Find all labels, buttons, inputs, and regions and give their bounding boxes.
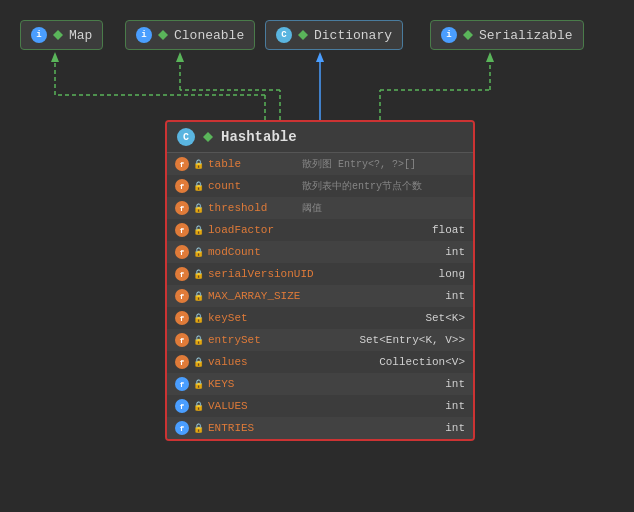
hashtable-header: C Hashtable: [167, 122, 473, 153]
field-row-maxarraysize[interactable]: f 🔒 MAX_ARRAY_SIZE int: [167, 285, 473, 307]
field-lock-values2: 🔒: [193, 401, 204, 412]
map-icon: i: [31, 27, 47, 43]
hashtable-leaf-icon: [203, 132, 213, 142]
field-row-entries[interactable]: f 🔒 ENTRIES int: [167, 417, 473, 439]
field-name-table: table: [208, 158, 298, 170]
field-name-entryset: entrySet: [208, 334, 298, 346]
field-comment-count: 散列表中的entry节点个数: [302, 179, 465, 193]
field-icon-keyset: f: [175, 311, 189, 325]
field-row-values[interactable]: f 🔒 values Collection<V>: [167, 351, 473, 373]
dictionary-icon: C: [276, 27, 292, 43]
field-type-entryset: Set<Entry<K, V>>: [359, 334, 465, 346]
field-icon-threshold: f: [175, 201, 189, 215]
field-type-values2: int: [445, 400, 465, 412]
field-lock-serialversionuid: 🔒: [193, 269, 204, 280]
serializable-icon: i: [441, 27, 457, 43]
field-type-values: Collection<V>: [379, 356, 465, 368]
interface-cloneable[interactable]: i Cloneable: [125, 20, 255, 50]
field-icon-entries: f: [175, 421, 189, 435]
serializable-label: Serializable: [479, 28, 573, 43]
serializable-leaf-icon: [463, 30, 473, 40]
field-type-serialversionuid: long: [439, 268, 465, 280]
field-icon-loadfactor: f: [175, 223, 189, 237]
field-lock-table: 🔒: [193, 159, 204, 170]
field-icon-keys: f: [175, 377, 189, 391]
field-lock-entryset: 🔒: [193, 335, 204, 346]
interface-serializable[interactable]: i Serializable: [430, 20, 584, 50]
field-icon-count: f: [175, 179, 189, 193]
field-lock-values: 🔒: [193, 357, 204, 368]
interface-map[interactable]: i Map: [20, 20, 103, 50]
field-comment-table: 散列图 Entry<?, ?>[]: [302, 157, 465, 171]
field-row-threshold[interactable]: f 🔒 threshold 阈值: [167, 197, 473, 219]
svg-marker-7: [176, 52, 184, 62]
field-lock-keyset: 🔒: [193, 313, 204, 324]
field-row-serialversionuid[interactable]: f 🔒 serialVersionUID long: [167, 263, 473, 285]
field-name-count: count: [208, 180, 298, 192]
field-name-values: values: [208, 356, 298, 368]
hashtable-title: Hashtable: [221, 129, 297, 145]
field-lock-maxarraysize: 🔒: [193, 291, 204, 302]
field-type-entries: int: [445, 422, 465, 434]
field-name-keyset: keySet: [208, 312, 298, 324]
field-lock-keys: 🔒: [193, 379, 204, 390]
field-name-serialversionuid: serialVersionUID: [208, 268, 314, 280]
cloneable-leaf-icon: [158, 30, 168, 40]
field-lock-threshold: 🔒: [193, 203, 204, 214]
field-row-count[interactable]: f 🔒 count 散列表中的entry节点个数: [167, 175, 473, 197]
field-row-entryset[interactable]: f 🔒 entrySet Set<Entry<K, V>>: [167, 329, 473, 351]
field-row-keyset[interactable]: f 🔒 keySet Set<K>: [167, 307, 473, 329]
field-comment-threshold: 阈值: [302, 201, 465, 215]
dictionary-label: Dictionary: [314, 28, 392, 43]
map-leaf-icon: [53, 30, 63, 40]
field-name-keys: KEYS: [208, 378, 298, 390]
hashtable-box[interactable]: C Hashtable f 🔒 table 散列图 Entry<?, ?>[] …: [165, 120, 475, 441]
field-name-entries: ENTRIES: [208, 422, 298, 434]
field-icon-serialversionuid: f: [175, 267, 189, 281]
field-name-modcount: modCount: [208, 246, 298, 258]
field-type-keyset: Set<K>: [425, 312, 465, 324]
field-icon-table: f: [175, 157, 189, 171]
cloneable-icon: i: [136, 27, 152, 43]
hashtable-class-icon: C: [177, 128, 195, 146]
svg-marker-3: [51, 52, 59, 62]
field-row-table[interactable]: f 🔒 table 散列图 Entry<?, ?>[]: [167, 153, 473, 175]
dictionary-leaf-icon: [298, 30, 308, 40]
field-lock-loadfactor: 🔒: [193, 225, 204, 236]
map-label: Map: [69, 28, 92, 43]
canvas: i Map i Cloneable C Dictionary i Seriali…: [0, 0, 634, 512]
field-type-maxarraysize: int: [445, 290, 465, 302]
field-icon-entryset: f: [175, 333, 189, 347]
svg-marker-9: [316, 52, 324, 62]
field-name-threshold: threshold: [208, 202, 298, 214]
field-row-values2[interactable]: f 🔒 VALUES int: [167, 395, 473, 417]
field-name-maxarraysize: MAX_ARRAY_SIZE: [208, 290, 300, 302]
field-name-values2: VALUES: [208, 400, 298, 412]
svg-marker-13: [486, 52, 494, 62]
field-name-loadfactor: loadFactor: [208, 224, 298, 236]
field-icon-values2: f: [175, 399, 189, 413]
field-type-modcount: int: [445, 246, 465, 258]
field-row-keys[interactable]: f 🔒 KEYS int: [167, 373, 473, 395]
field-row-loadfactor[interactable]: f 🔒 loadFactor float: [167, 219, 473, 241]
cloneable-label: Cloneable: [174, 28, 244, 43]
field-icon-modcount: f: [175, 245, 189, 259]
field-icon-values: f: [175, 355, 189, 369]
field-lock-entries: 🔒: [193, 423, 204, 434]
field-row-modcount[interactable]: f 🔒 modCount int: [167, 241, 473, 263]
field-type-loadfactor: float: [432, 224, 465, 236]
field-type-keys: int: [445, 378, 465, 390]
field-lock-count: 🔒: [193, 181, 204, 192]
field-lock-modcount: 🔒: [193, 247, 204, 258]
interface-dictionary[interactable]: C Dictionary: [265, 20, 403, 50]
field-icon-maxarraysize: f: [175, 289, 189, 303]
